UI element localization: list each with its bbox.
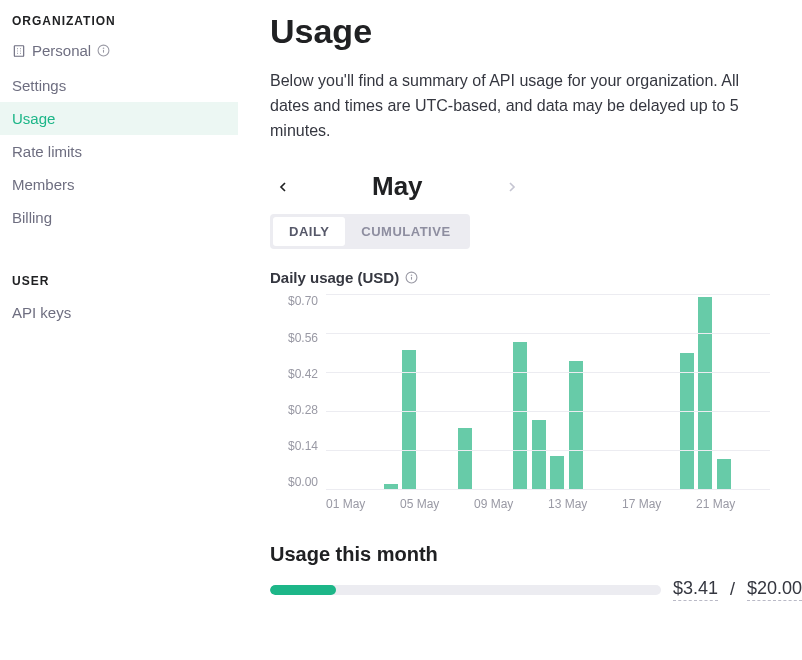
chart-title: Daily usage (USD) — [270, 269, 399, 286]
sidebar-item-settings[interactable]: Settings — [0, 69, 238, 102]
bar[interactable] — [532, 420, 546, 490]
svg-rect-0 — [14, 45, 23, 56]
usage-progress-fill — [270, 585, 336, 595]
tab-cumulative[interactable]: CUMULATIVE — [345, 217, 466, 246]
bar-slot — [585, 294, 604, 489]
bar[interactable] — [569, 361, 583, 489]
slash: / — [730, 579, 735, 600]
bar-slot — [419, 294, 438, 489]
bar-slot — [567, 294, 586, 489]
sidebar-item-rate-limits[interactable]: Rate limits — [0, 135, 238, 168]
view-tabs: DAILY CUMULATIVE — [270, 214, 470, 249]
bar-slot — [715, 294, 734, 489]
bar-slot — [400, 294, 419, 489]
user-section-title: USER — [0, 270, 238, 296]
bar-slot — [659, 294, 678, 489]
bar-slot — [733, 294, 752, 489]
gridline — [326, 450, 770, 451]
bar-slot — [696, 294, 715, 489]
sidebar-item-api-keys[interactable]: API keys — [0, 296, 238, 329]
page-title: Usage — [270, 12, 802, 51]
month-label: May — [372, 171, 423, 202]
info-icon[interactable] — [405, 271, 418, 284]
bar[interactable] — [513, 342, 527, 490]
bar-slot — [345, 294, 364, 489]
sidebar-item-members[interactable]: Members — [0, 168, 238, 201]
y-tick: $0.56 — [288, 331, 318, 345]
gridline — [326, 372, 770, 373]
usage-progress-track — [270, 585, 661, 595]
daily-usage-chart: $0.70$0.56$0.42$0.28$0.14$0.00 01 May05 … — [270, 294, 770, 511]
bar-slot — [382, 294, 401, 489]
breadcrumb[interactable]: Personal — [0, 36, 238, 69]
gridline — [326, 489, 770, 490]
svg-point-9 — [103, 48, 104, 49]
chevron-right-icon[interactable] — [499, 174, 525, 200]
gridline — [326, 294, 770, 295]
org-name: Personal — [32, 42, 91, 59]
x-tick: 09 May — [474, 497, 548, 511]
bar[interactable] — [717, 459, 731, 490]
svg-point-12 — [411, 275, 412, 276]
x-tick: 17 May — [622, 497, 696, 511]
bar-slot — [548, 294, 567, 489]
bar-slot — [326, 294, 345, 489]
y-tick: $0.70 — [288, 294, 318, 308]
x-tick: 13 May — [548, 497, 622, 511]
bar-slot — [641, 294, 660, 489]
sidebar-item-billing[interactable]: Billing — [0, 201, 238, 234]
tab-daily[interactable]: DAILY — [273, 217, 345, 246]
bar-slot — [456, 294, 475, 489]
month-nav: May — [270, 171, 802, 202]
sidebar-item-usage[interactable]: Usage — [0, 102, 238, 135]
chevron-left-icon[interactable] — [270, 174, 296, 200]
bar[interactable] — [698, 297, 712, 489]
bar-slot — [622, 294, 641, 489]
bar-slot — [363, 294, 382, 489]
gridline — [326, 411, 770, 412]
bar-slot — [474, 294, 493, 489]
building-icon — [12, 44, 26, 58]
bar[interactable] — [550, 456, 564, 489]
bar-slot — [437, 294, 456, 489]
limit-amount[interactable]: $20.00 — [747, 578, 802, 601]
bar[interactable] — [402, 350, 416, 489]
bar-slot — [530, 294, 549, 489]
y-tick: $0.28 — [288, 403, 318, 417]
bar-slot — [678, 294, 697, 489]
bar-slot — [752, 294, 771, 489]
org-section-title: ORGANIZATION — [0, 10, 238, 36]
intro-text: Below you'll find a summary of API usage… — [270, 69, 770, 143]
x-tick: 21 May — [696, 497, 770, 511]
usage-month-title: Usage this month — [270, 543, 802, 566]
bar[interactable] — [458, 428, 472, 489]
bar-slot — [604, 294, 623, 489]
x-tick: 01 May — [326, 497, 400, 511]
bar-slot — [493, 294, 512, 489]
y-tick: $0.42 — [288, 367, 318, 381]
y-tick: $0.14 — [288, 439, 318, 453]
x-tick: 05 May — [400, 497, 474, 511]
bar-slot — [511, 294, 530, 489]
info-icon — [97, 44, 110, 57]
gridline — [326, 333, 770, 334]
y-tick: $0.00 — [288, 475, 318, 489]
usage-amount[interactable]: $3.41 — [673, 578, 718, 601]
